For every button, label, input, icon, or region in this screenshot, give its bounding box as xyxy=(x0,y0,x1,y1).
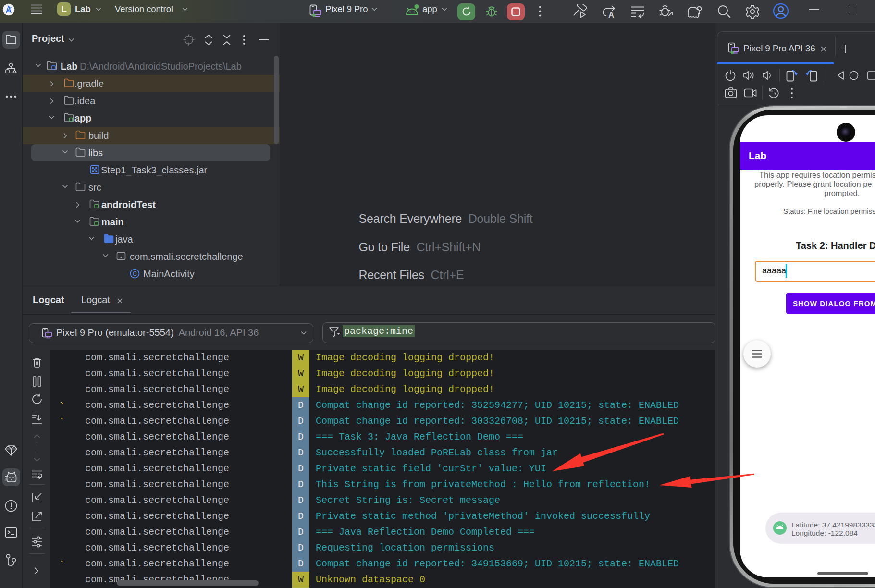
svg-text:A: A xyxy=(608,11,614,19)
svg-text:C: C xyxy=(133,270,137,277)
